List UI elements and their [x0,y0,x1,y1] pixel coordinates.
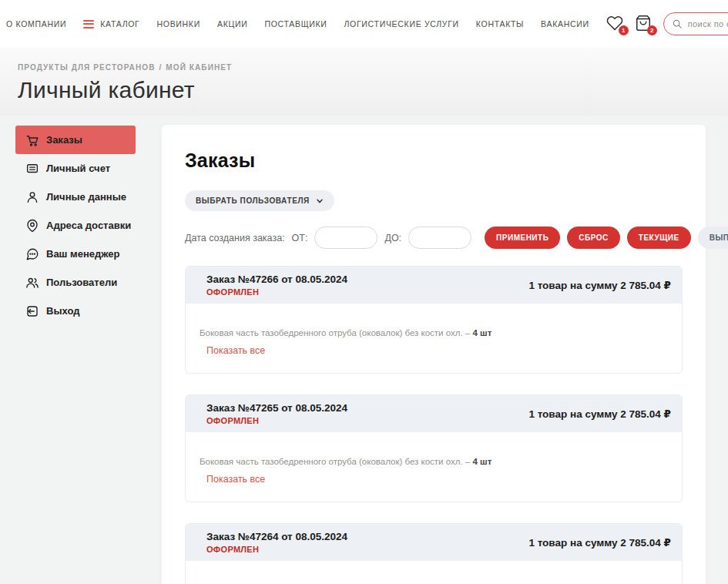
order-head-left: Заказ №47265 от 08.05.2024 ОФОРМЛЕН [206,402,347,425]
order-status-badge: ОФОРМЛЕН [206,416,347,425]
nav-item-contacts[interactable]: КОНТАКТЫ [476,19,524,29]
sidebar-item-orders[interactable]: Заказы [15,126,136,154]
breadcrumb-item-catalog-root[interactable]: ПРОДУКТЫ ДЛЯ РЕСТОРАНОВ [18,63,155,72]
date-to-label: ДО: [384,233,401,243]
cart-icon [25,133,39,147]
order-status-badge: ОФОРМЛЕН [206,545,347,554]
order-item-name: Боковая часть тазобедренного отруба (око… [200,457,470,466]
date-to-input[interactable] [408,227,471,249]
favorites-badge: 1 [619,25,629,35]
date-filter-label: Дата создания заказа: [185,233,285,243]
chevron-down-icon [316,197,324,205]
logout-icon [25,304,39,318]
order-card-body: Боковая часть тазобедренного отруба (око… [186,432,682,485]
order-card: Заказ №47265 от 08.05.2024 ОФОРМЛЕН 1 то… [185,394,683,502]
select-user-label: ВЫБРАТЬ ПОЛЬЗОВАТЕЛЯ [196,196,310,205]
select-user-dropdown[interactable]: ВЫБРАТЬ ПОЛЬЗОВАТЕЛЯ [185,190,334,211]
apply-button[interactable]: ПРИМЕНИТЬ [485,227,560,249]
order-card-header: Заказ №47264 от 08.05.2024 ОФОРМЛЕН 1 то… [186,524,682,561]
nav-item-vacancies[interactable]: ВАКАНСИИ [541,19,589,29]
order-card-header: Заказ №47265 от 08.05.2024 ОФОРМЛЕН 1 то… [186,395,682,432]
favorites-button[interactable]: 1 [606,15,625,33]
hamburger-icon [83,20,94,29]
date-from-input[interactable] [314,227,377,249]
cart-badge: 2 [647,25,657,35]
order-title: Заказ №47266 от 08.05.2024 [206,274,347,285]
order-card-header: Заказ №47266 от 08.05.2024 ОФОРМЛЕН 1 то… [186,267,682,304]
order-status-badge: ОФОРМЛЕН [206,287,347,297]
map-pin-icon [25,219,39,233]
order-item-qty: 4 шт [472,328,491,337]
order-item-name: Боковая часть тазобедренного отруба (око… [200,328,470,337]
cart-button[interactable]: 2 [635,15,653,33]
order-card: Заказ №47266 от 08.05.2024 ОФОРМЛЕН 1 то… [185,266,683,374]
order-card-body: Боковая часть тазобедренного отруба (око… [186,304,682,357]
nav-icons-group: 1 2 [606,12,728,35]
nav-item-suppliers[interactable]: ПОСТАВЩИКИ [264,19,327,29]
reset-button[interactable]: СБРОС [567,227,619,249]
order-summary: 1 товар на сумму 2 785.04 ₽ [528,408,671,420]
search-icon [672,18,683,29]
show-all-link[interactable]: Показать все [206,345,265,356]
order-card: Заказ №47264 от 08.05.2024 ОФОРМЛЕН 1 то… [185,523,683,584]
sidebar-item-label: Адреса доставки [46,220,131,231]
top-navigation: О КОМПАНИИ КАТАЛОГ НОВИНКИ АКЦИИ ПОСТАВЩ… [0,0,728,48]
show-all-link[interactable]: Показать все [206,474,265,485]
sidebar-item-delivery-addresses[interactable]: Адреса доставки [15,211,136,240]
content-area: Заказы Личный счет Личные данные Адреса … [0,116,728,584]
sidebar-item-label: Ваш менеджер [46,248,119,260]
order-head-left: Заказ №47266 от 08.05.2024 ОФОРМЛЕН [206,274,347,297]
nav-item-catalog[interactable]: КАТАЛОГ [83,19,139,29]
date-from-label: ОТ: [292,233,308,243]
order-item-line: Боковая часть тазобедренного отруба (око… [200,457,666,466]
orders-panel: Заказы ВЫБРАТЬ ПОЛЬЗОВАТЕЛЯ Дата создани… [162,125,706,584]
sidebar-item-label: Заказы [46,134,82,146]
sidebar-item-label: Личные данные [46,191,126,203]
page-header: ПРОДУКТЫ ДЛЯ РЕСТОРАНОВ/МОЙ КАБИНЕТ Личн… [0,48,728,116]
users-icon [25,276,39,290]
current-orders-button[interactable]: ТЕКУЩИЕ [627,227,691,249]
sidebar-item-users[interactable]: Пользователи [15,268,136,297]
order-summary: 1 товар на сумму 2 785.04 ₽ [528,279,671,291]
account-sidebar: Заказы Личный счет Личные данные Адреса … [15,126,136,325]
order-summary: 1 товар на сумму 2 785.04 ₽ [528,536,671,549]
search-input[interactable] [688,19,728,29]
completed-orders-button[interactable]: ВЫПОЛНЕННЫЕ [698,227,728,249]
receipt-icon [25,162,39,176]
nav-item-catalog-label: КАТАЛОГ [100,19,139,29]
sidebar-item-manager[interactable]: Ваш менеджер [15,240,136,268]
site-search [663,12,728,35]
sidebar-item-label: Пользователи [46,277,117,288]
orders-heading: Заказы [185,149,683,172]
breadcrumb: ПРОДУКТЫ ДЛЯ РЕСТОРАНОВ/МОЙ КАБИНЕТ [18,63,728,72]
order-title: Заказ №47264 от 08.05.2024 [206,531,347,542]
nav-item-logistics[interactable]: ЛОГИСТИЧЕСКИЕ УСЛУГИ [344,19,459,29]
chat-icon [25,247,39,261]
orders-list: Заказ №47266 от 08.05.2024 ОФОРМЛЕН 1 то… [185,266,683,584]
breadcrumb-separator: / [159,63,162,72]
page: О КОМПАНИИ КАТАЛОГ НОВИНКИ АКЦИИ ПОСТАВЩ… [0,0,728,584]
sidebar-item-logout[interactable]: Выход [15,297,136,325]
orders-filter-row: Дата создания заказа: ОТ: ДО: ПРИМЕНИТЬ … [185,227,683,249]
order-item-line: Боковая часть тазобедренного отруба (око… [200,328,666,337]
person-icon [25,190,39,204]
breadcrumb-item-my-cabinet: МОЙ КАБИНЕТ [166,63,232,72]
sidebar-item-personal-account[interactable]: Личный счет [15,154,136,183]
order-item-qty: 4 шт [472,457,491,466]
nav-item-new[interactable]: НОВИНКИ [156,19,200,29]
order-title: Заказ №47265 от 08.05.2024 [206,402,347,414]
page-title: Личный кабинет [18,77,728,103]
sidebar-item-personal-data[interactable]: Личные данные [15,183,136,211]
nav-item-about[interactable]: О КОМПАНИИ [6,19,66,29]
order-head-left: Заказ №47264 от 08.05.2024 ОФОРМЛЕН [206,531,347,554]
sidebar-item-label: Выход [46,305,79,317]
order-card-body: Боковая часть тазобедренного отруба (око… [186,561,682,584]
nav-item-promos[interactable]: АКЦИИ [217,19,247,29]
sidebar-item-label: Личный счет [46,163,110,174]
